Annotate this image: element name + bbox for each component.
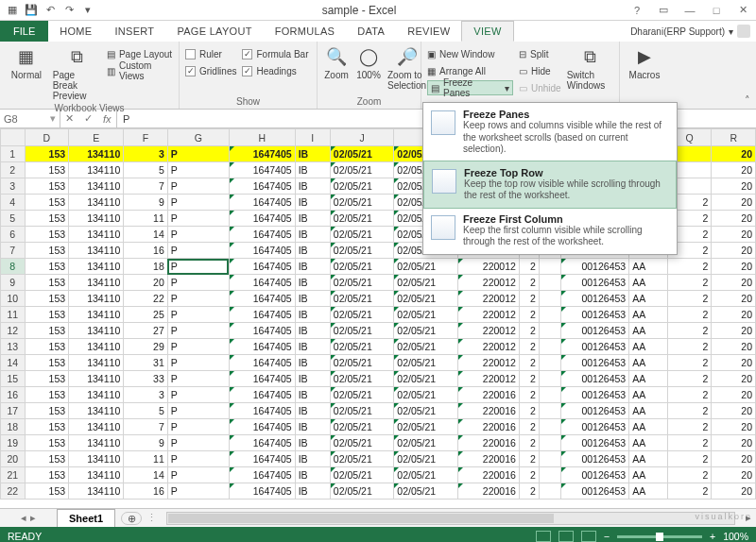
cell[interactable]: 00126453 xyxy=(561,483,629,500)
cell[interactable]: 2 xyxy=(519,291,539,307)
cell[interactable]: 20 xyxy=(712,339,756,355)
cell[interactable]: AA xyxy=(629,291,668,307)
cell[interactable]: 31 xyxy=(124,355,168,371)
cell[interactable]: 02/05/21 xyxy=(330,467,393,483)
cell[interactable]: 220016 xyxy=(457,483,519,500)
cell[interactable]: P xyxy=(167,307,229,323)
cell[interactable]: 00126453 xyxy=(561,435,629,451)
cell[interactable]: 1647405 xyxy=(229,291,295,307)
zoom-out-icon[interactable]: − xyxy=(604,531,610,542)
row-header[interactable]: 21 xyxy=(1,467,26,483)
cell[interactable]: 2 xyxy=(667,451,712,467)
page-break-preview-button[interactable]: ⧉Page Break Preview xyxy=(53,43,101,101)
cell[interactable]: 220016 xyxy=(457,451,519,467)
cell[interactable]: 20 xyxy=(712,323,756,339)
cell[interactable]: 02/05/21 xyxy=(330,195,393,211)
cell[interactable]: 33 xyxy=(124,371,168,387)
cell[interactable]: AA xyxy=(629,371,668,387)
cell[interactable]: 1647405 xyxy=(229,419,295,435)
zoom-level[interactable]: 100% xyxy=(723,531,748,542)
cell[interactable]: IB xyxy=(295,435,330,451)
cell[interactable]: 20 xyxy=(712,467,756,483)
cell[interactable]: 153 xyxy=(25,211,69,227)
cell[interactable]: 00126453 xyxy=(561,259,629,275)
cell[interactable]: 1647405 xyxy=(229,275,295,291)
zoom-button[interactable]: 🔍Zoom xyxy=(323,43,350,80)
row-header[interactable]: 2 xyxy=(1,162,26,178)
cell[interactable]: 20 xyxy=(712,178,756,195)
cell[interactable]: 02/05/21 xyxy=(330,146,393,162)
cell[interactable]: 3 xyxy=(124,146,168,162)
cell[interactable]: P xyxy=(167,451,229,467)
cell[interactable]: 22 xyxy=(124,291,168,307)
cell[interactable]: P xyxy=(167,483,229,500)
cell[interactable]: 27 xyxy=(124,323,168,339)
cell[interactable]: P xyxy=(167,211,229,227)
cell[interactable]: 2 xyxy=(667,483,712,500)
headings-checkbox[interactable]: Headings xyxy=(242,63,308,78)
cell[interactable]: 00126453 xyxy=(561,291,629,307)
cell[interactable]: 00126453 xyxy=(561,323,629,339)
row-header[interactable]: 4 xyxy=(1,195,26,211)
column-header[interactable]: E xyxy=(69,129,124,146)
page-layout-view-icon[interactable] xyxy=(558,531,574,542)
cell[interactable] xyxy=(539,387,560,403)
cell[interactable]: 134110 xyxy=(69,387,124,403)
cell[interactable]: 2 xyxy=(519,403,539,419)
maximize-icon[interactable]: □ xyxy=(703,0,730,21)
cell[interactable]: 20 xyxy=(712,451,756,467)
cell[interactable]: 1647405 xyxy=(229,178,295,195)
cell[interactable]: 1647405 xyxy=(229,483,295,500)
cell[interactable]: 1647405 xyxy=(229,467,295,483)
cell[interactable]: 20 xyxy=(712,435,756,451)
cell[interactable] xyxy=(539,307,560,323)
normal-view-button[interactable]: ▦Normal xyxy=(6,43,47,80)
cell[interactable]: 220012 xyxy=(457,259,519,275)
normal-view-icon[interactable] xyxy=(536,531,551,542)
cell[interactable]: P xyxy=(167,387,229,403)
cell[interactable]: 1647405 xyxy=(229,259,295,275)
cell[interactable]: IB xyxy=(295,371,330,387)
help-icon[interactable]: ? xyxy=(624,0,650,21)
cell[interactable]: 20 xyxy=(712,483,756,500)
cell[interactable]: 02/05/21 xyxy=(330,227,393,243)
cell[interactable]: 2 xyxy=(519,259,539,275)
cell[interactable]: 134110 xyxy=(69,259,124,275)
cell[interactable] xyxy=(539,355,560,371)
row-header[interactable]: 8 xyxy=(1,259,26,275)
cell[interactable]: 153 xyxy=(25,483,69,500)
cell[interactable]: 134110 xyxy=(69,403,124,419)
cell[interactable]: 134110 xyxy=(69,483,124,500)
cell[interactable]: 02/05/21 xyxy=(394,419,457,435)
row-header[interactable]: 16 xyxy=(1,387,26,403)
cell[interactable]: P xyxy=(167,403,229,419)
ruler-checkbox[interactable]: Ruler xyxy=(185,46,236,61)
row-header[interactable]: 3 xyxy=(1,178,26,195)
cell[interactable]: 11 xyxy=(124,211,168,227)
cell[interactable]: 153 xyxy=(25,371,69,387)
cell[interactable]: 02/05/21 xyxy=(394,275,457,291)
cell[interactable]: 02/05/21 xyxy=(330,291,393,307)
row-header[interactable]: 22 xyxy=(1,483,26,500)
cell[interactable]: 02/05/21 xyxy=(330,307,393,323)
cell[interactable] xyxy=(539,467,560,483)
row-header[interactable]: 7 xyxy=(1,243,26,259)
unhide-button[interactable]: ▭Unhide xyxy=(519,80,561,95)
cell[interactable]: P xyxy=(167,371,229,387)
cell[interactable]: 153 xyxy=(25,227,69,243)
cell[interactable]: 2 xyxy=(667,419,712,435)
arrange-all-button[interactable]: ▦Arrange All xyxy=(427,63,513,78)
horizontal-scrollbar[interactable] xyxy=(166,512,735,525)
cell[interactable]: AA xyxy=(629,403,668,419)
cell[interactable]: AA xyxy=(629,483,668,500)
cell[interactable]: 02/05/21 xyxy=(394,291,457,307)
cell[interactable]: 16 xyxy=(124,483,168,500)
cell[interactable]: 7 xyxy=(124,178,168,195)
zoom-selection-button[interactable]: 🔎Zoom to Selection xyxy=(387,43,426,91)
cell[interactable]: 02/05/21 xyxy=(330,323,393,339)
cell[interactable]: 2 xyxy=(519,355,539,371)
cell[interactable]: 2 xyxy=(519,275,539,291)
cell[interactable]: 153 xyxy=(25,451,69,467)
cell[interactable]: 02/05/21 xyxy=(330,259,393,275)
cell[interactable]: 153 xyxy=(25,162,69,178)
